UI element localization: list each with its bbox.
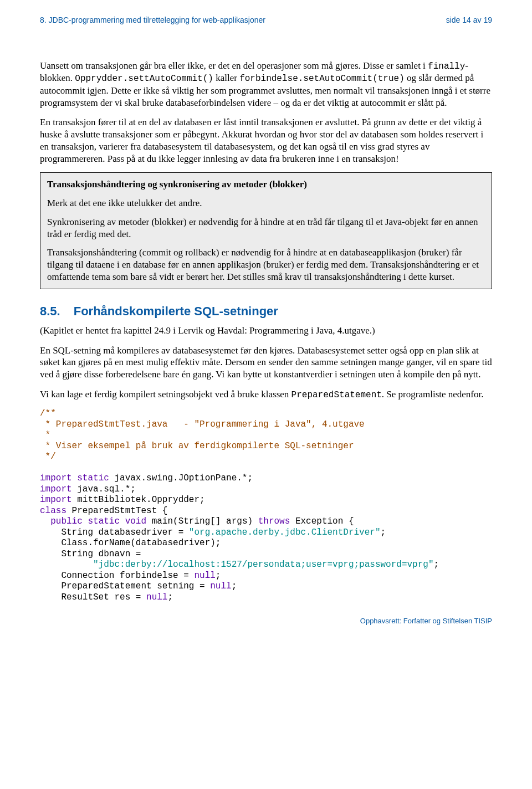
text: Vi kan lage et ferdig kompilert setnings…: [40, 389, 291, 399]
section-title: Forhåndskompilerte SQL-setninger: [74, 304, 278, 318]
page-footer: Opphavsrett: Forfatter og Stiftelsen TIS…: [40, 617, 492, 626]
callout-paragraph: Merk at det ene ikke utelukker det andre…: [47, 197, 485, 209]
code-comment: * PreparedStmtTest.java - "Programmering…: [40, 419, 365, 429]
code-block: /** * PreparedStmtTest.java - "Programme…: [40, 408, 492, 603]
code-text: Exception {: [290, 516, 354, 526]
code-keyword: null: [210, 581, 231, 591]
callout-box: Transaksjonshåndtering og synkronisering…: [40, 172, 492, 289]
code-text: ;: [232, 581, 237, 591]
paragraph-1: Uansett om transaksjonen går bra eller i…: [40, 60, 492, 109]
code-text: ;: [434, 560, 439, 570]
inline-code: Opprydder.settAutoCommit(): [75, 74, 213, 84]
inline-code: forbindelse.setAutoCommit(true): [239, 74, 405, 84]
section-paragraph: En SQL-setning må kompileres av database…: [40, 345, 492, 381]
header-left: 8. JDBC-programmering med tilretteleggin…: [40, 16, 265, 25]
code-keyword: import: [40, 484, 72, 494]
code-text: PreparedStatement setning =: [40, 581, 210, 591]
code-keyword: void: [125, 516, 146, 526]
code-keyword: class: [40, 506, 66, 516]
text: kaller: [213, 73, 239, 83]
code-text: java.sql.*;: [72, 484, 136, 494]
header-right: side 14 av 19: [446, 16, 492, 25]
code-string: "jdbc:derby://localhost:1527/persondata;…: [93, 560, 434, 570]
code-text: ;: [381, 527, 386, 537]
code-text: [72, 473, 78, 483]
code-keyword: null: [194, 571, 215, 581]
code-text: PreparedStmtTest {: [66, 506, 167, 516]
text: Uansett om transaksjonen går bra eller i…: [40, 60, 428, 71]
section-paragraph: Vi kan lage et ferdig kompilert setnings…: [40, 388, 492, 401]
code-comment: * Viser eksempel på bruk av ferdigkompil…: [40, 441, 354, 451]
callout-title: Transaksjonshåndtering og synkronisering…: [47, 178, 485, 191]
code-keyword: null: [146, 592, 167, 602]
code-text: String databasedriver =: [40, 527, 189, 537]
code-text: [40, 560, 93, 570]
inline-code: PreparedStatement: [291, 390, 382, 400]
inline-code: finally: [428, 62, 465, 71]
code-keyword: import: [40, 495, 72, 505]
code-keyword: public: [50, 516, 83, 526]
code-comment: *: [40, 430, 50, 440]
code-text: mittBibliotek.Opprydder;: [72, 495, 205, 505]
code-text: [83, 516, 88, 526]
section-heading: 8.5.Forhåndskompilerte SQL-setninger: [40, 304, 492, 319]
code-keyword: import: [40, 473, 72, 483]
code-comment: /**: [40, 408, 56, 418]
text: . Se programliste nedenfor.: [382, 389, 484, 399]
section-body: (Kapitlet er hentet fra kapittel 24.9 i …: [40, 325, 492, 401]
code-text: ;: [216, 571, 221, 581]
code-keyword: static: [88, 516, 120, 526]
code-text: String dbnavn =: [40, 549, 141, 559]
code-keyword: throws: [258, 516, 290, 526]
section-number: 8.5.: [40, 304, 60, 318]
callout-paragraph: Synkronisering av metoder (blokker) er n…: [47, 216, 485, 240]
code-text: ;: [167, 592, 173, 602]
paragraph-2: En transaksjon fører til at en del av da…: [40, 116, 492, 165]
body-text: Uansett om transaksjonen går bra eller i…: [40, 60, 492, 165]
code-string: "org.apache.derby.jdbc.ClientDriver": [189, 527, 381, 537]
section-paragraph: (Kapitlet er hentet fra kapittel 24.9 i …: [40, 325, 492, 337]
code-text: [120, 516, 125, 526]
code-text: javax.swing.JOptionPane.*;: [109, 473, 253, 483]
code-keyword: static: [77, 473, 109, 483]
code-text: main(String[] args): [146, 516, 258, 526]
callout-paragraph: Transaksjonshåndtering (commit og rollba…: [47, 247, 485, 283]
code-text: ResultSet res =: [40, 592, 146, 602]
code-text: [40, 516, 50, 526]
code-text: Connection forbindelse =: [40, 571, 194, 581]
code-text: Class.forName(databasedriver);: [40, 538, 221, 548]
code-comment: */: [40, 452, 56, 462]
page-header: 8. JDBC-programmering med tilretteleggin…: [40, 16, 492, 25]
